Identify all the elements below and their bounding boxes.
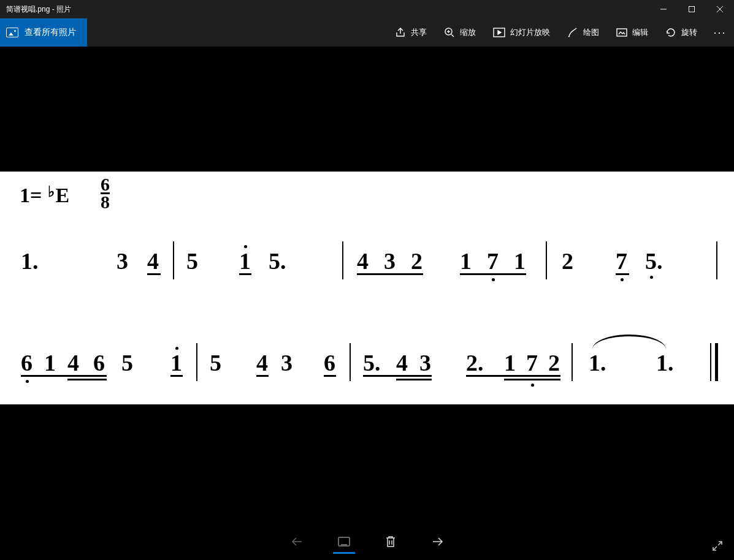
note: 7 — [616, 248, 627, 274]
add-to-album-button[interactable] — [332, 529, 356, 554]
draw-icon — [567, 27, 578, 38]
photo-icon — [6, 28, 18, 37]
note: 3 — [117, 248, 128, 274]
rotate-label: 旋转 — [681, 27, 697, 38]
beam — [466, 375, 560, 377]
time-numerator: 6 — [101, 176, 110, 192]
next-button[interactable] — [425, 529, 449, 554]
note: 1. — [21, 248, 39, 274]
note: 1 — [239, 248, 251, 274]
image-viewer[interactable]: 1= ♭ E 6 8 1. 3 4 5 1 5. 4 3 2 — [0, 47, 734, 560]
note: 5. — [645, 248, 663, 274]
note: 1 — [44, 349, 56, 376]
note: 4 — [147, 248, 159, 274]
zoom-button[interactable]: 缩放 — [435, 18, 484, 47]
edit-button[interactable]: 编辑 — [608, 18, 657, 47]
note: 1 — [514, 248, 526, 274]
note: 6 — [21, 349, 32, 376]
draw-button[interactable]: 绘图 — [559, 18, 608, 47]
barline — [173, 241, 174, 279]
beam — [21, 375, 107, 377]
arrow-right-icon — [430, 535, 444, 548]
note: 4 — [357, 248, 369, 274]
beam — [147, 273, 161, 275]
svg-line-17 — [718, 542, 722, 545]
rotate-icon — [665, 27, 676, 38]
draw-label: 绘图 — [583, 27, 599, 38]
slideshow-button[interactable]: 幻灯片放映 — [484, 18, 559, 47]
svg-rect-1 — [689, 7, 695, 12]
barline — [572, 343, 573, 381]
note: 3 — [419, 349, 431, 376]
svg-line-5 — [451, 34, 454, 37]
tie — [592, 335, 666, 349]
barline — [196, 343, 197, 381]
barline — [546, 241, 547, 279]
octave-down-dot — [531, 384, 534, 387]
close-button[interactable] — [706, 0, 734, 18]
key-prefix: 1= — [20, 184, 42, 207]
active-indicator — [333, 552, 355, 554]
note: 5 — [121, 349, 133, 376]
share-button[interactable]: 共享 — [386, 18, 435, 47]
zoom-icon — [444, 27, 455, 38]
arrow-left-icon — [291, 535, 304, 548]
barline — [716, 241, 717, 279]
final-barline — [715, 343, 718, 381]
more-button[interactable]: ··· — [706, 18, 734, 47]
note: 1. — [656, 349, 674, 376]
octave-up-dot — [244, 245, 247, 248]
note: 2. — [466, 349, 484, 376]
toolbar-spacer — [87, 18, 386, 47]
slideshow-label: 幻灯片放映 — [510, 27, 550, 38]
octave-up-dot — [175, 347, 178, 350]
note: 3 — [281, 349, 292, 376]
toolbar: 查看所有照片 共享 缩放 幻灯片放映 绘图 编辑 旋转 ··· — [0, 18, 734, 47]
svg-line-18 — [713, 547, 717, 550]
delete-button[interactable] — [378, 529, 403, 554]
titlebar: 简谱视唱.png - 照片 — [0, 0, 734, 18]
minimize-button[interactable] — [649, 0, 678, 18]
beam — [239, 273, 251, 275]
view-all-photos-button[interactable]: 查看所有照片 — [0, 18, 87, 47]
share-icon — [395, 27, 406, 38]
more-icon: ··· — [713, 26, 726, 39]
beam — [396, 379, 432, 380]
bottom-control-bar — [285, 529, 449, 554]
note: 4 — [67, 349, 79, 376]
note: 2 — [562, 248, 573, 274]
time-signature: 6 8 — [101, 176, 110, 210]
close-icon — [717, 6, 723, 12]
view-all-label: 查看所有照片 — [25, 27, 76, 38]
rotate-button[interactable]: 旋转 — [657, 18, 706, 47]
barline — [350, 343, 351, 381]
note: 4 — [256, 349, 268, 376]
final-barline — [710, 343, 711, 381]
beam — [256, 375, 269, 377]
note: 7 — [487, 248, 499, 274]
key-signature: 1= ♭ E — [20, 184, 69, 207]
note: 1 — [170, 349, 182, 376]
maximize-button[interactable] — [678, 0, 706, 18]
share-label: 共享 — [411, 27, 427, 38]
beam — [170, 375, 183, 377]
fullscreen-icon — [712, 540, 723, 551]
beam — [616, 273, 629, 275]
beam — [363, 375, 432, 377]
window-title: 简谱视唱.png - 照片 — [0, 4, 649, 15]
note: 6 — [324, 349, 335, 376]
edit-label: 编辑 — [632, 27, 648, 38]
beam — [324, 375, 336, 377]
note: 5. — [363, 349, 381, 376]
note: 1 — [504, 349, 516, 376]
slideshow-icon — [493, 28, 505, 37]
note: 3 — [384, 248, 396, 274]
octave-down-dot — [621, 278, 624, 281]
music-sheet-image: 1= ♭ E 6 8 1. 3 4 5 1 5. 4 3 2 — [0, 172, 734, 404]
previous-button[interactable] — [285, 529, 310, 554]
key-letter: E — [55, 184, 69, 207]
fullscreen-button[interactable] — [712, 540, 723, 551]
note: 6 — [93, 349, 105, 376]
music-line-2: 6 1 4 6 5 1 5 4 3 6 5. 4 3 2. — [18, 338, 723, 387]
note: 2 — [548, 349, 560, 376]
